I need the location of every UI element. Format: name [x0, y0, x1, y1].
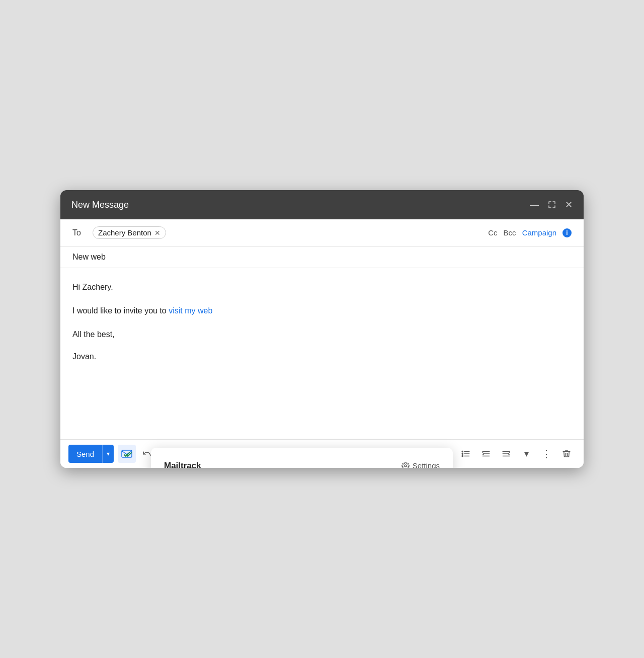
cc-button[interactable]: Cc: [488, 228, 497, 237]
to-label: To: [72, 228, 88, 237]
settings-label: Settings: [413, 459, 440, 468]
indent-right-icon: [501, 449, 511, 458]
mailtrack-toolbar-button[interactable]: [118, 445, 136, 463]
window-controls: — ✕: [530, 199, 573, 210]
toolbar-right: ▾ ⋮: [457, 445, 576, 463]
minimize-button[interactable]: —: [530, 200, 539, 210]
campaign-info-icon[interactable]: i: [562, 228, 572, 237]
indent-left-icon: [481, 449, 491, 458]
recipient-chip[interactable]: Zachery Benton ✕: [93, 226, 166, 239]
settings-button[interactable]: Settings: [401, 459, 440, 468]
format-dropdown-button[interactable]: ▾: [517, 445, 535, 463]
more-options-icon: ⋮: [541, 448, 551, 460]
to-row: To Zachery Benton ✕ Cc Bcc Campaign i: [60, 219, 584, 246]
body-line4: Jovan.: [72, 350, 572, 363]
mailtrack-title: Mailtrack: [164, 459, 201, 468]
svg-point-0: [405, 465, 407, 467]
visit-my-web-link[interactable]: visit my web: [169, 306, 212, 315]
body-line2: I would like to invite you to visit my w…: [72, 304, 572, 317]
close-button[interactable]: ✕: [565, 199, 573, 210]
send-button[interactable]: Send ▾: [68, 445, 114, 463]
window-title: New Message: [71, 200, 129, 210]
mailtrack-popup: Mailtrack Settings Tracking enabled for …: [151, 448, 453, 468]
undo-icon: [142, 449, 151, 458]
subject-value: New web: [72, 253, 106, 261]
body-line3: All the best,: [72, 327, 572, 341]
mailtrack-header: Mailtrack Settings: [164, 459, 440, 468]
body-line1: Hi Zachery.: [72, 280, 572, 294]
bullet-list-icon: [461, 449, 471, 458]
bcc-button[interactable]: Bcc: [504, 228, 516, 237]
svg-point-12: [462, 451, 463, 452]
svg-point-14: [462, 455, 463, 456]
body-area[interactable]: Hi Zachery. I would like to invite you t…: [60, 268, 584, 439]
to-row-right: Cc Bcc Campaign i: [488, 228, 572, 237]
recipient-name: Zachery Benton: [98, 228, 151, 237]
indent-left-button[interactable]: [477, 445, 495, 463]
expand-button[interactable]: [548, 201, 556, 209]
mailtrack-icon: [121, 449, 132, 458]
indent-right-button[interactable]: [497, 445, 515, 463]
trash-icon: [562, 449, 571, 459]
svg-point-13: [462, 453, 463, 454]
more-options-button[interactable]: ⋮: [537, 445, 555, 463]
subject-row[interactable]: New web: [60, 246, 584, 268]
send-dropdown-icon[interactable]: ▾: [103, 445, 114, 463]
gear-icon: [401, 462, 410, 468]
bullet-list-button[interactable]: [457, 445, 475, 463]
titlebar: New Message — ✕: [60, 190, 584, 219]
send-label: Send: [68, 445, 103, 463]
campaign-button[interactable]: Campaign: [522, 228, 556, 237]
remove-recipient-button[interactable]: ✕: [154, 229, 160, 237]
delete-button[interactable]: [557, 445, 576, 463]
compose-window: New Message — ✕ To Zachery Benton ✕ Cc B…: [60, 190, 584, 468]
